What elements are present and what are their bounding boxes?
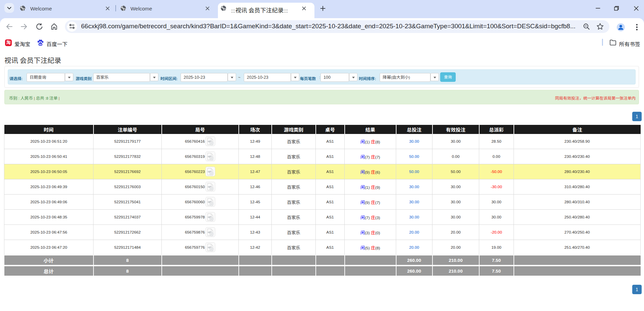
svg-text:du: du [39,43,42,46]
